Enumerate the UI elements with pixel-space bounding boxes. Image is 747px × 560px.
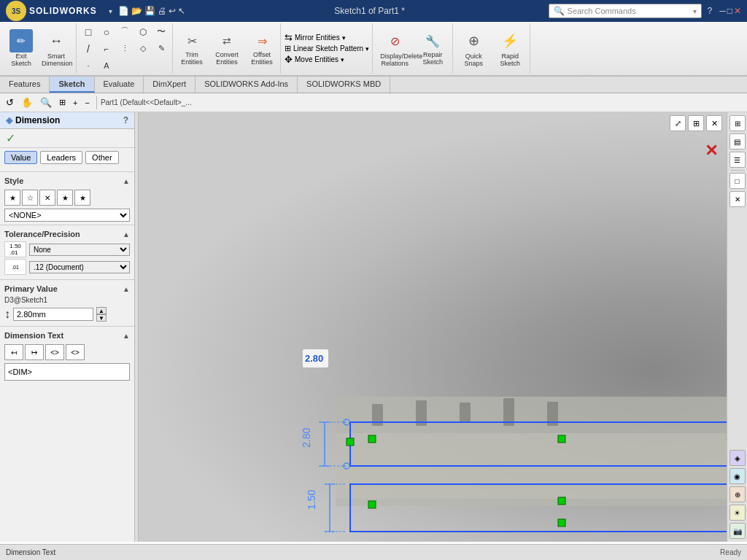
convert-entities-button[interactable]: ⇄ Convert Entities: [210, 29, 244, 68]
trim-entities-button[interactable]: ✂ Trim Entities: [175, 29, 209, 68]
sketch-tools-group: □ ○ ⌒ ⬡ 〜 / ⌐ ⋮ ◇ ✎ · A: [77, 23, 173, 74]
minimize-button[interactable]: ─: [719, 6, 726, 16]
style-select[interactable]: <NONE>: [4, 209, 130, 222]
panel-help-icon[interactable]: ?: [123, 115, 128, 125]
fillet-tool-button[interactable]: ⌐: [98, 41, 115, 57]
help-icon[interactable]: ?: [708, 6, 713, 16]
pan-icon[interactable]: ✋: [18, 96, 36, 109]
appearance-button[interactable]: ◈: [729, 450, 746, 466]
tab-evaluate[interactable]: Evaluate: [95, 77, 144, 93]
search-dropdown-icon[interactable]: ▾: [693, 7, 697, 15]
dimension-text-input[interactable]: [4, 363, 130, 381]
smart-dimension-button[interactable]: ↔ Smart Dimension: [39, 28, 73, 69]
scene-button[interactable]: ◉: [729, 468, 746, 484]
close-button[interactable]: ✕: [734, 6, 741, 16]
rectangle-tool-button[interactable]: □: [80, 24, 97, 40]
cameras-button[interactable]: 📷: [729, 523, 746, 539]
text-tool-button[interactable]: A: [98, 58, 115, 74]
save-icon[interactable]: 💾: [144, 6, 155, 16]
move-dropdown-icon[interactable]: ▾: [341, 56, 344, 63]
arc-tool-button[interactable]: ⌒: [116, 24, 133, 40]
tab-features[interactable]: Features: [0, 77, 50, 93]
spinner-up[interactable]: ▲: [96, 307, 107, 314]
viewport[interactable]: 2.80 1.50 2.80: [139, 112, 747, 542]
tab-sketch[interactable]: Sketch: [50, 77, 94, 93]
tolerance-select-1[interactable]: None: [29, 244, 130, 256]
spinner-down[interactable]: ▼: [96, 314, 107, 322]
view-expand-button[interactable]: ⤢: [670, 115, 686, 131]
dimension-text-collapse-icon[interactable]: ▲: [123, 332, 130, 340]
tab-addins[interactable]: SOLIDWORKS Add-Ins: [196, 77, 298, 93]
mirror-entities-label[interactable]: Mirror Entities: [295, 34, 340, 42]
sketch-misc2-button[interactable]: ✎: [152, 41, 170, 57]
style-save-button[interactable]: ★: [57, 190, 73, 206]
restore-button[interactable]: □: [727, 6, 732, 16]
tab-value[interactable]: Value: [4, 151, 37, 164]
status-bar: Dimension Text Ready: [0, 544, 747, 560]
display-delete-button[interactable]: ⊘ Display/Delete Relations: [376, 28, 413, 69]
tab-other[interactable]: Other: [85, 151, 119, 164]
primary-value-collapse-icon[interactable]: ▲: [123, 285, 130, 293]
open-icon[interactable]: 📂: [131, 6, 142, 16]
confirm-icon[interactable]: ✓: [6, 131, 15, 145]
dim-tolerance-button[interactable]: <>: [66, 344, 85, 360]
decals-button[interactable]: ⊕: [729, 486, 746, 502]
view-orientation-button[interactable]: ⊞: [729, 115, 746, 131]
polygon-tool-button[interactable]: ⬡: [134, 24, 152, 40]
zoom-icon[interactable]: 🔍: [37, 96, 55, 109]
new-icon[interactable]: 📄: [118, 6, 129, 16]
sketch-misc1-button[interactable]: ◇: [134, 41, 152, 57]
window-close-button[interactable]: ✕: [729, 191, 746, 207]
mirror-tool2-button[interactable]: ⋮: [116, 41, 133, 57]
primary-value-input[interactable]: [13, 308, 93, 321]
offset-entities-button[interactable]: ⇒ Offset Entities: [245, 29, 279, 68]
rapid-sketch-button[interactable]: ⚡ Rapid Sketch: [493, 28, 527, 69]
rotate-icon[interactable]: ↺: [3, 96, 17, 109]
view-section-button[interactable]: ☰: [729, 152, 746, 168]
circle-tool-button[interactable]: ○: [98, 24, 115, 40]
exit-sketch-button[interactable]: ✏ Exit Sketch: [4, 28, 38, 69]
tolerance-select-2[interactable]: .12 (Document): [29, 261, 130, 273]
undo-icon[interactable]: ↩: [169, 6, 176, 16]
search-bar[interactable]: 🔍 Search Commands ▾: [549, 4, 702, 18]
pointer-icon[interactable]: ↖: [178, 6, 185, 16]
view-display-button[interactable]: ▤: [729, 133, 746, 149]
dim-insert-right-button[interactable]: ↦: [25, 344, 44, 360]
window-config-button[interactable]: □: [729, 173, 746, 189]
style-add-button[interactable]: ★: [4, 190, 20, 206]
mirror-dropdown-icon[interactable]: ▾: [342, 34, 346, 42]
repair-sketch-button[interactable]: 🔧 Repair Sketch: [416, 29, 449, 68]
primary-value-label: Primary Value: [4, 284, 58, 293]
point-tool-button[interactable]: ·: [80, 58, 97, 74]
tab-dimxpert[interactable]: DimXpert: [144, 77, 196, 93]
tab-leaders[interactable]: Leaders: [40, 151, 82, 164]
spline-tool-button[interactable]: 〜: [152, 24, 170, 40]
linear-sketch-label[interactable]: Linear Sketch Pattern: [293, 44, 363, 52]
tolerance-label: Tolerance/Precision: [4, 230, 80, 238]
fit-icon[interactable]: ⊞: [56, 96, 69, 109]
linear-dropdown-icon[interactable]: ▾: [365, 45, 369, 52]
print-icon[interactable]: 🖨: [158, 6, 166, 16]
dim-angle-button[interactable]: <>: [45, 344, 64, 360]
repair-sketch-label: Repair Sketch: [418, 52, 447, 66]
tolerance-section: Tolerance/Precision ▲ 1.50.01 None .01 .…: [0, 225, 134, 280]
tab-mbd[interactable]: SOLIDWORKS MBD: [298, 77, 390, 93]
style-load-button[interactable]: ★: [74, 190, 90, 206]
right-toolbar: ⊞ ▤ ☰ □ ✕ ◈ ◉ ⊕ ☀ 📷: [727, 112, 747, 542]
view-close-button[interactable]: ✕: [706, 115, 722, 131]
style-collapse-icon[interactable]: ▲: [123, 177, 130, 185]
line-tool-button[interactable]: /: [80, 41, 97, 57]
style-rename-button[interactable]: ☆: [22, 190, 38, 206]
dimension-tabs-section: Value Leaders Other: [0, 148, 134, 172]
move-entities-label[interactable]: Move Entities: [295, 55, 338, 63]
lights-button[interactable]: ☀: [729, 505, 746, 521]
style-delete-button[interactable]: ✕: [39, 190, 55, 206]
zoom-out-icon[interactable]: −: [82, 97, 92, 109]
zoom-in-icon[interactable]: +: [70, 97, 80, 109]
svg-text:2.80: 2.80: [301, 428, 312, 448]
quick-snaps-button[interactable]: ⊕ Quick Snaps: [457, 28, 490, 69]
display-delete-label: Display/Delete Relations: [380, 53, 409, 68]
view-tile-button[interactable]: ⊞: [688, 115, 704, 131]
tolerance-collapse-icon[interactable]: ▲: [123, 230, 130, 238]
dim-insert-left-button[interactable]: ↤: [4, 344, 23, 360]
